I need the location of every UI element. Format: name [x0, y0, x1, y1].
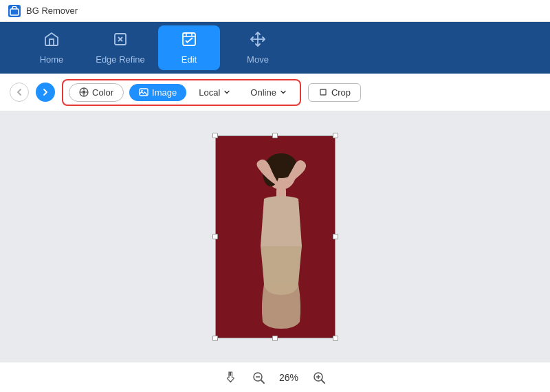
- person-figure: [230, 146, 322, 329]
- zoom-out-button[interactable]: [252, 371, 265, 384]
- image-button-label: Image: [152, 87, 177, 98]
- handle-top-left[interactable]: [212, 133, 218, 138]
- handle-mid-left[interactable]: [212, 234, 218, 239]
- crop-button-label: Crop: [331, 87, 351, 98]
- svg-point-6: [82, 91, 86, 94]
- zoom-level: 26%: [279, 372, 298, 383]
- canvas-area: [0, 111, 550, 362]
- app-title: BG Remover: [26, 6, 78, 16]
- navbar: Home Edge Refine Edit: [0, 22, 550, 74]
- nav-edit[interactable]: Edit: [158, 25, 220, 70]
- app-icon: [8, 5, 21, 17]
- svg-rect-0: [10, 9, 19, 15]
- image-container[interactable]: [215, 135, 336, 338]
- zoom-in-button[interactable]: [312, 371, 326, 384]
- svg-point-12: [141, 90, 142, 91]
- pan-button[interactable]: [224, 371, 238, 384]
- nav-move-label: Move: [247, 54, 269, 65]
- move-icon: [250, 31, 266, 52]
- edge-refine-icon: [112, 31, 129, 52]
- image-button[interactable]: Image: [129, 84, 186, 101]
- color-button[interactable]: Color: [69, 83, 124, 102]
- statusbar: 26%: [0, 362, 550, 392]
- undo-button[interactable]: [10, 83, 29, 102]
- edit-icon: [181, 31, 197, 52]
- handle-bot-left[interactable]: [212, 336, 218, 341]
- nav-edge-refine[interactable]: Edge Refine: [89, 25, 151, 70]
- online-label: Online: [250, 87, 276, 98]
- nav-home-label: Home: [40, 54, 64, 65]
- local-dropdown[interactable]: Local: [192, 84, 238, 101]
- toolbar: Color Image Local Online: [0, 74, 550, 111]
- svg-line-20: [261, 380, 264, 383]
- online-dropdown[interactable]: Online: [243, 84, 294, 101]
- local-label: Local: [199, 87, 220, 98]
- handle-mid-right[interactable]: [333, 234, 338, 239]
- image-background: [215, 135, 336, 338]
- handle-bot-mid[interactable]: [272, 336, 278, 341]
- svg-rect-13: [320, 89, 326, 95]
- titlebar: BG Remover: [0, 0, 550, 22]
- crop-button[interactable]: Crop: [308, 83, 361, 102]
- handle-bot-right[interactable]: [333, 336, 338, 341]
- nav-move[interactable]: Move: [227, 25, 289, 70]
- nav-edit-label: Edit: [182, 54, 197, 65]
- color-button-label: Color: [92, 87, 113, 98]
- redo-button[interactable]: [36, 83, 55, 102]
- handle-top-mid[interactable]: [272, 133, 278, 138]
- bg-options-group: Color Image Local Online: [62, 79, 301, 106]
- home-icon: [43, 31, 60, 52]
- svg-rect-2: [183, 33, 195, 45]
- nav-home[interactable]: Home: [21, 25, 82, 70]
- nav-edge-refine-label: Edge Refine: [96, 54, 145, 65]
- handle-top-right[interactable]: [333, 133, 338, 138]
- svg-line-24: [322, 380, 324, 383]
